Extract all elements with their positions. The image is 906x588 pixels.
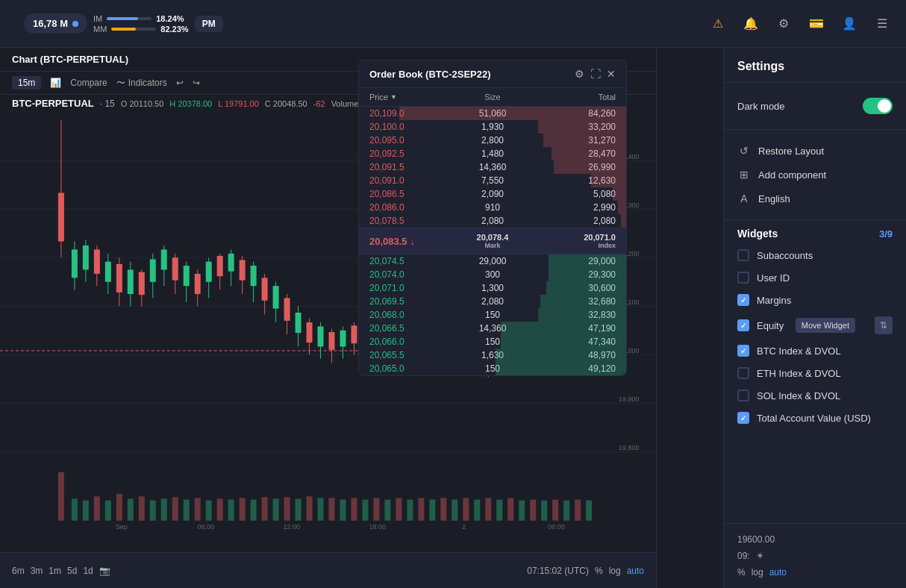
bottom-time: 09: [737, 551, 750, 561]
svg-rect-37 [184, 266, 190, 286]
add-component-row[interactable]: ⊞ Add component [737, 163, 893, 187]
topbar-left: 16,78 M IM 18.24% MM 82.23% PM [24, 13, 223, 34]
widget-checkbox[interactable] [737, 249, 749, 261]
widget-checkbox[interactable] [737, 367, 749, 379]
auto-mode[interactable]: auto [627, 566, 644, 576]
widget-checkbox[interactable] [737, 345, 749, 357]
buy-order-row: 20,068.0 150 32,830 [359, 308, 626, 322]
gear-icon[interactable]: ⚙ [772, 12, 796, 36]
menu-icon[interactable]: ☰ [870, 12, 894, 36]
language-label: English [758, 193, 893, 204]
widget-item[interactable]: Margins [724, 289, 906, 311]
buy-order-row: 20,074.5 29,000 29,000 [359, 254, 626, 268]
timeframe-5d[interactable]: 5d [67, 566, 77, 576]
restore-layout-label: Restore Layout [758, 146, 893, 157]
widgets-title: Widgets [737, 228, 879, 240]
widget-checkbox[interactable] [737, 294, 749, 306]
orderbook-close-icon[interactable]: ✕ [607, 68, 616, 80]
chart-interval: · 15 [100, 98, 115, 109]
move-widget-button[interactable]: ⇅ [875, 316, 893, 334]
dark-mode-row[interactable]: Dark mode [737, 92, 893, 120]
widget-item[interactable]: Subaccounts [724, 244, 906, 266]
timeframe-1m[interactable]: 1m [49, 566, 61, 576]
price-change: -62 [313, 99, 325, 108]
index-label: Index [534, 242, 616, 249]
widget-item[interactable]: Total Account Value (USD) [724, 407, 906, 429]
pm-badge[interactable]: PM [195, 16, 223, 32]
widget-item[interactable]: ETH Index & DVOL [724, 362, 906, 384]
bottom-value: 19600.00 [737, 534, 775, 545]
widget-checkbox[interactable] [737, 272, 749, 284]
price-high: H 20378.00 [169, 99, 212, 108]
buy-order-row: 20,065.5 1,630 48,970 [359, 348, 626, 362]
user-icon[interactable]: 👤 [837, 12, 861, 36]
move-widget-container: ⇅ Move Widget [875, 316, 893, 334]
buy-price: 20,068.0 [369, 310, 452, 320]
chart-title: Chart (BTC-PERPETUAL) [12, 54, 128, 65]
compare-button[interactable]: Compare [70, 78, 107, 88]
spread-row: 20,083.5 ↓ 20,078.4 Mark 20,071.0 Index [359, 228, 626, 254]
svg-rect-135 [340, 500, 346, 521]
pct-mode[interactable]: % [595, 566, 603, 576]
orderbook-panel: Order Book (BTC-2SEP22) ⚙ ⛶ ✕ Price ▼ Si… [358, 60, 627, 376]
svg-text:Sep: Sep [116, 522, 128, 530]
svg-rect-131 [296, 498, 302, 520]
svg-rect-125 [228, 500, 234, 521]
price-open: O 20110.50 [121, 99, 164, 108]
widget-item[interactable]: Equity ⇅ Move Widget [724, 311, 906, 340]
widget-checkbox[interactable] [737, 319, 749, 331]
add-component-icon: ⊞ [737, 169, 751, 181]
undo-button[interactable]: ↩ [176, 78, 184, 88]
orderbook-settings-icon[interactable]: ⚙ [575, 68, 584, 80]
svg-rect-142 [418, 498, 424, 520]
dark-mode-section: Dark mode [724, 83, 906, 130]
log-mode[interactable]: log [609, 566, 621, 576]
orderbook-expand-icon[interactable]: ⛶ [590, 68, 601, 80]
layout-section: ↺ Restore Layout ⊞ Add component A Engli… [724, 130, 906, 220]
redo-button[interactable]: ↪ [193, 78, 200, 88]
svg-rect-138 [373, 498, 379, 520]
dark-mode-toggle[interactable] [863, 98, 893, 114]
sell-bar [543, 134, 626, 147]
timeframe-6m[interactable]: 6m [12, 566, 25, 576]
screenshot-icon[interactable]: 📷 [99, 566, 110, 576]
margin-info: IM 18.24% MM 82.23% [93, 14, 189, 34]
spread-arrow-icon: ↓ [410, 236, 416, 247]
widget-item[interactable]: User ID [724, 266, 906, 289]
widget-item[interactable]: SOL Index & DVOL [724, 384, 906, 407]
auto-label[interactable]: auto [769, 567, 787, 578]
sell-price: 20,100.0 [369, 122, 452, 132]
buy-bar [546, 281, 626, 295]
language-row[interactable]: A English [737, 187, 893, 210]
svg-rect-155 [563, 501, 569, 521]
alert-icon[interactable]: ⚠ [706, 12, 730, 36]
widget-checkbox[interactable] [737, 412, 749, 424]
widget-item[interactable]: BTC Index & DVOL [724, 340, 906, 362]
svg-rect-45 [228, 254, 234, 272]
widget-checkbox[interactable] [737, 390, 749, 401]
im-value: 18.24% [156, 14, 184, 23]
im-label: IM [93, 14, 102, 23]
restore-layout-row[interactable]: ↺ Restore Layout [737, 139, 893, 163]
timeframe-3m[interactable]: 3m [31, 566, 43, 576]
balance-pill[interactable]: 16,78 M [24, 13, 87, 34]
spread-mark: 20,078.4 Mark [452, 233, 534, 249]
svg-rect-118 [150, 501, 156, 521]
svg-rect-33 [161, 249, 167, 269]
timeframe-button[interactable]: 15m [12, 76, 41, 90]
pct-label[interactable]: % [737, 567, 746, 578]
svg-rect-47 [240, 260, 246, 280]
buy-size: 150 [452, 310, 534, 320]
settings-bottom: 19600.00 09: ☀ % log auto [724, 523, 906, 588]
timeframe-1d[interactable]: 1d [83, 566, 93, 576]
bars-icon[interactable]: 📊 [50, 78, 61, 88]
svg-rect-17 [72, 249, 78, 278]
wallet-icon[interactable]: 💳 [805, 12, 828, 36]
sell-bar [554, 160, 626, 174]
bell-icon[interactable]: 🔔 [739, 12, 763, 36]
indicators-button[interactable]: 〜 Indicators [116, 77, 167, 90]
sell-size: 2,800 [452, 135, 534, 146]
svg-rect-115 [116, 494, 122, 521]
svg-text:06:00: 06:00 [198, 522, 214, 530]
log-label[interactable]: log [752, 567, 763, 578]
